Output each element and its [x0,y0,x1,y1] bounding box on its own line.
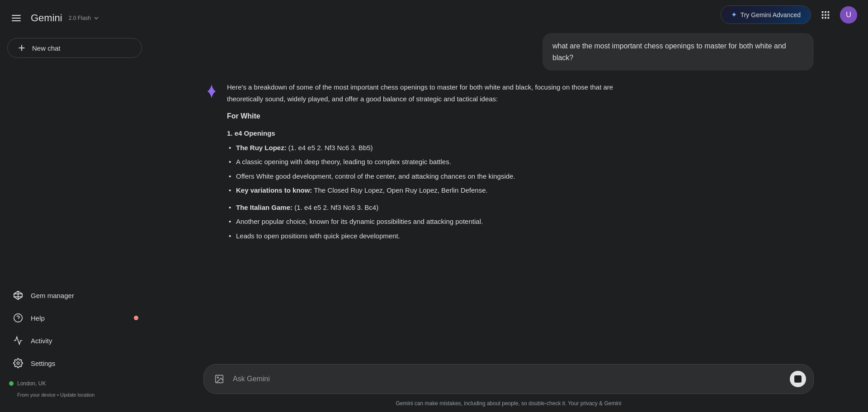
sidebar-header: Gemini 2.0 Flash [0,5,149,31]
help-icon [13,313,24,323]
svg-rect-14 [828,14,830,16]
new-chat-label: New chat [32,44,61,52]
sidebar-bottom: Gem manager Help Activity [0,280,149,407]
ai-response-container: Here's a breakdown of some of the most i… [203,81,814,247]
try-advanced-label: Try Gemini Advanced [741,11,801,19]
ruy-lopez-desc1: A classic opening with deep theory, lead… [227,156,634,168]
help-label: Help [31,314,45,322]
for-white-label: For White [227,110,634,122]
ai-response-content: Here's a breakdown of some of the most i… [227,81,634,247]
italian-game-title: The Italian Game: (1. e4 e5 2. Nf3 Nc6 3… [227,202,634,213]
user-message-container: what are the most important chess openin… [203,29,814,71]
plus-icon [17,43,27,53]
attach-button[interactable] [211,371,227,387]
gemini-logo[interactable]: Gemini 2.0 Flash [31,12,104,24]
ai-intro-text: Here's a breakdown of some of the most i… [227,81,634,104]
sidebar-spacer [0,65,149,280]
gem-manager-label: Gem manager [31,292,74,299]
user-message: what are the most important chess openin… [542,33,814,71]
try-advanced-button[interactable]: ✦ Try Gemini Advanced [721,5,811,24]
ruy-lopez-variations: Key variations to know: The Closed Ruy L… [227,185,634,196]
svg-rect-12 [822,14,824,16]
location-separator: • [57,392,60,398]
ruy-lopez-desc2: Offers White good development, control o… [227,170,634,182]
sparkle-icon: ✦ [731,10,737,19]
disclaimer-text: Gemini can make mistakes, including abou… [396,400,567,407]
model-selector[interactable]: 2.0 Flash [65,13,104,24]
sidebar-item-gem-manager[interactable]: Gem manager [4,284,146,306]
sidebar-item-help[interactable]: Help [4,307,146,329]
privacy-link[interactable]: Your privacy & Gemini [568,400,621,407]
stop-icon [794,375,802,383]
chat-input[interactable] [233,375,784,383]
edit-icon [526,40,534,48]
settings-label: Settings [31,360,55,367]
activity-label: Activity [31,337,52,345]
stop-button[interactable] [790,371,806,387]
location-dot [9,381,14,386]
svg-point-21 [217,377,218,378]
ruy-lopez-bold: The Ruy Lopez: [236,144,287,152]
main-content: ✦ Try Gemini Advanced U [149,0,868,412]
location-city: London, UK [17,380,46,387]
italian-game-desc1: Another popular choice, known for its dy… [227,216,634,227]
ruy-lopez-section: The Ruy Lopez: (1. e4 e5 2. Nf3 Nc6 3. B… [227,142,634,196]
key-variations-bold: Key variations to know: [236,186,312,194]
svg-rect-17 [828,17,830,19]
hamburger-button[interactable] [7,9,25,27]
gemini-star-icon [203,83,220,99]
avatar[interactable]: U [840,6,857,24]
svg-rect-15 [822,17,824,19]
input-area [149,359,868,398]
e4-openings-heading: 1. e4 Openings [227,128,634,139]
input-box [203,364,814,394]
svg-text:U: U [846,11,851,19]
italian-game-desc2: Leads to open positions with quick piece… [227,230,634,242]
sidebar-item-activity[interactable]: Activity [4,330,146,351]
notification-dot [134,316,138,320]
svg-rect-9 [822,11,824,13]
activity-icon [13,335,24,346]
model-version: 2.0 Flash [69,15,91,21]
svg-point-6 [14,314,22,322]
settings-icon [13,358,24,369]
gemini-avatar [203,83,220,99]
hamburger-icon [12,13,21,23]
apps-grid-icon [821,10,830,20]
new-chat-button[interactable]: New chat [7,38,142,58]
chevron-down-icon [93,14,100,22]
italian-game-section: The Italian Game: (1. e4 e5 2. Nf3 Nc6 3… [227,202,634,242]
italian-game-bold: The Italian Game: [236,204,292,211]
chat-area[interactable]: what are the most important chess openin… [149,29,868,359]
avatar-image: U [840,6,857,24]
disclaimer: Gemini can make mistakes, including abou… [149,398,868,412]
ruy-lopez-notation: (1. e4 e5 2. Nf3 Nc6 3. Bb5) [288,144,373,152]
italian-game-notation: (1. e4 e5 2. Nf3 Nc6 3. Bc4) [294,204,378,211]
topbar: ✦ Try Gemini Advanced U [149,0,868,29]
sidebar-item-settings[interactable]: Settings [4,352,146,374]
svg-point-8 [17,362,19,365]
gemini-title: Gemini [31,12,62,24]
svg-rect-10 [825,11,826,13]
svg-rect-16 [825,17,826,19]
location-links: From your device • Update location [0,392,149,403]
location-info: London, UK [0,375,149,392]
ruy-lopez-title: The Ruy Lopez: (1. e4 e5 2. Nf3 Nc6 3. B… [227,142,634,154]
sidebar: Gemini 2.0 Flash New chat [0,0,149,412]
svg-rect-11 [828,11,830,13]
update-location-link[interactable]: Update location [60,392,94,398]
gem-icon [13,290,24,301]
from-device-link[interactable]: From your device [17,392,56,398]
apps-button[interactable] [816,6,835,24]
key-variations-text: The Closed Ruy Lopez, Open Ruy Lopez, Be… [314,186,487,194]
svg-rect-13 [825,14,826,16]
attach-icon [214,374,224,384]
